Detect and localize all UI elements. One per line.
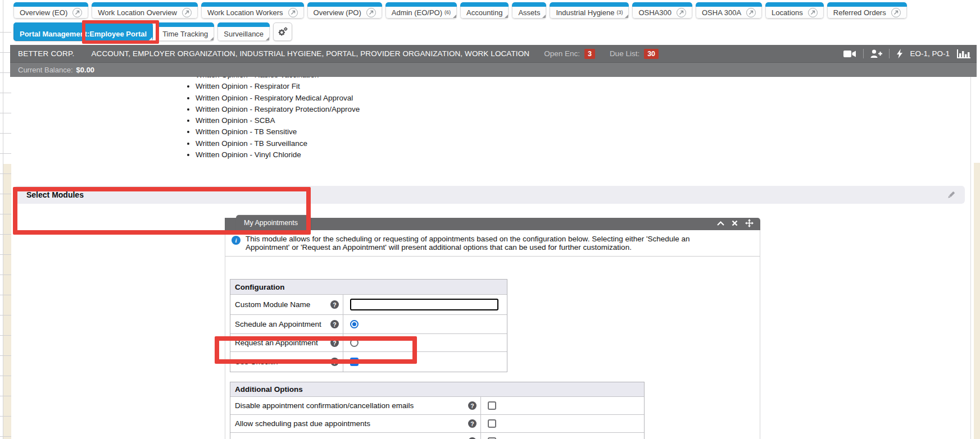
- corner-fold-icon: [266, 37, 269, 40]
- row-label: Disable appointment confirmation/cancell…: [235, 401, 414, 410]
- list-item: Written Opinion - Respiratory Medical Ap…: [196, 93, 360, 104]
- table-row: Schedule an Appointment?: [230, 314, 507, 333]
- secondary-tab-bar: Portal Management:Employee Portal Time T…: [13, 22, 292, 41]
- module-title: My Appointments: [244, 219, 298, 227]
- tab-locations[interactable]: Locations: [765, 2, 824, 19]
- open-enc-label: Open Enc:: [544, 49, 580, 58]
- tab-portal-management-employee-portal[interactable]: Portal Management:Employee Portal: [13, 22, 153, 41]
- custom-module-name-input[interactable]: [350, 299, 498, 310]
- tab-referred-orders[interactable]: Referred Orders: [827, 2, 907, 19]
- tab-label: Accounting: [466, 8, 502, 17]
- open-in-new-icon[interactable]: [288, 8, 298, 17]
- breadcrumb: ACCOUNT, EMPLOYER ORGANIZATION, INDUSTRI…: [91, 49, 529, 58]
- tab-osha300a[interactable]: OSHA 300A: [696, 2, 762, 19]
- open-in-new-icon[interactable]: [891, 8, 901, 17]
- corner-fold-icon: [453, 15, 456, 18]
- configuration-table-header: Configuration: [230, 280, 507, 294]
- open-in-new-icon[interactable]: [677, 8, 686, 17]
- info-circle-icon: i: [232, 236, 241, 245]
- tab-work-location-workers[interactable]: Work Location Workers: [201, 2, 304, 19]
- current-balance-label: Current Balance:: [18, 66, 73, 74]
- tab-label: Portal Management:Employee Portal: [20, 30, 147, 38]
- company-name: BETTER CORP.: [18, 49, 74, 58]
- my-appointments-module-panel: My Appointments i This module allows for…: [225, 215, 760, 439]
- module-header-tab[interactable]: My Appointments: [236, 215, 310, 230]
- tab-label: Surveillance: [224, 30, 264, 38]
- pencil-icon[interactable]: [946, 190, 956, 200]
- open-enc-badge[interactable]: 3: [584, 49, 595, 59]
- tab-assets[interactable]: Assets: [512, 2, 546, 19]
- module-header-controls: [717, 219, 754, 227]
- corner-fold-icon: [210, 37, 214, 40]
- question-circle-icon[interactable]: ?: [330, 339, 339, 347]
- tab-label: Assets: [518, 8, 540, 17]
- tab-label: OSHA 300A: [702, 8, 741, 17]
- entity-label: EO-1, PO-1: [910, 49, 950, 58]
- tab-label: Work Location Overview: [98, 8, 177, 17]
- left-grid-edge: [0, 0, 11, 439]
- collapse-chevron-icon[interactable]: [717, 221, 724, 226]
- list-item: Written Opinion - Respirator Fit: [196, 81, 360, 92]
- module-info-text: This module allows for the scheduling or…: [246, 235, 730, 251]
- balance-bar: Current Balance: $0.00: [10, 62, 977, 77]
- due-list-badge[interactable]: 30: [644, 49, 659, 59]
- tab-label: OSHA300: [638, 8, 672, 17]
- tab-time-tracking[interactable]: Time Tracking: [156, 22, 214, 41]
- tab-overview-po[interactable]: Overview (PO): [307, 2, 382, 19]
- corner-fold-icon: [625, 15, 628, 18]
- add-user-icon[interactable]: [870, 49, 882, 58]
- bar-chart-icon[interactable]: [956, 49, 971, 58]
- question-circle-icon[interactable]: ?: [330, 358, 339, 366]
- tab-work-location-overview[interactable]: Work Location Overview: [92, 2, 198, 19]
- table-row: Request an Appointment?: [230, 333, 507, 351]
- tab-accounting[interactable]: Accounting: [460, 2, 509, 19]
- close-icon[interactable]: [732, 220, 738, 226]
- open-in-new-icon[interactable]: [746, 8, 756, 17]
- use-checkin-checkbox[interactable]: ✓: [350, 358, 359, 366]
- tab-overview-eo[interactable]: Overview (EO): [13, 2, 88, 19]
- disable-confirmation-emails-checkbox[interactable]: [488, 401, 496, 410]
- corner-fold-icon: [505, 15, 508, 18]
- schedule-appointment-radio[interactable]: [350, 320, 359, 328]
- table-row: Custom Module Name?: [230, 294, 507, 314]
- written-opinion-list: Written Opinion - Rabies Vaccination Wri…: [196, 70, 360, 161]
- tab-label: Time Tracking: [162, 30, 208, 38]
- open-in-new-icon[interactable]: [182, 8, 192, 17]
- table-row: Use Checkin? ✓: [230, 351, 507, 372]
- tab-label: Overview (PO): [314, 8, 361, 17]
- open-in-new-icon[interactable]: [72, 8, 82, 17]
- right-grid-edge: [970, 73, 980, 439]
- question-circle-icon[interactable]: ?: [468, 419, 477, 428]
- gears-icon: [277, 26, 288, 38]
- question-circle-icon[interactable]: ?: [330, 320, 339, 328]
- tab-surveillance[interactable]: Surveillance: [217, 22, 270, 41]
- question-circle-icon[interactable]: ?: [468, 401, 477, 410]
- video-camera-icon[interactable]: [843, 50, 856, 58]
- current-balance-value: $0.00: [76, 66, 95, 74]
- corner-fold-icon: [149, 37, 152, 40]
- select-modules-section-header: Select Modules: [14, 186, 965, 204]
- tab-settings-button[interactable]: [273, 22, 292, 41]
- move-icon[interactable]: [745, 219, 754, 227]
- tab-count: (6): [444, 10, 451, 15]
- tab-osha300[interactable]: OSHA300: [632, 2, 692, 19]
- open-in-new-icon[interactable]: [366, 8, 376, 17]
- tab-label: Work Location Workers: [207, 8, 283, 17]
- list-item: Written Opinion - Respiratory Protection…: [196, 104, 360, 115]
- tab-count: (3): [616, 10, 623, 15]
- tab-label: Overview (EO): [20, 8, 67, 17]
- lightning-icon[interactable]: [896, 49, 903, 58]
- tab-industrial-hygiene[interactable]: Industrial Hygiene(3): [550, 2, 629, 19]
- tab-label: Locations: [772, 8, 803, 17]
- question-circle-icon[interactable]: ?: [330, 300, 339, 309]
- request-appointment-radio[interactable]: [350, 339, 359, 347]
- due-list-label: Due List:: [610, 49, 639, 58]
- list-item: Written Opinion - TB Surveillance: [196, 138, 360, 149]
- module-info-note: i This module allows for the scheduling …: [225, 230, 760, 257]
- tab-label: Industrial Hygiene: [556, 8, 614, 17]
- list-item: Written Opinion - SCBA: [196, 115, 360, 126]
- allow-past-due-checkbox[interactable]: [488, 419, 496, 428]
- app-screen: Overview (EO) Work Location Overview Wor…: [0, 0, 980, 439]
- tab-admin-eo-po[interactable]: Admin (EO/PO)(6): [385, 2, 457, 19]
- open-in-new-icon[interactable]: [808, 8, 818, 17]
